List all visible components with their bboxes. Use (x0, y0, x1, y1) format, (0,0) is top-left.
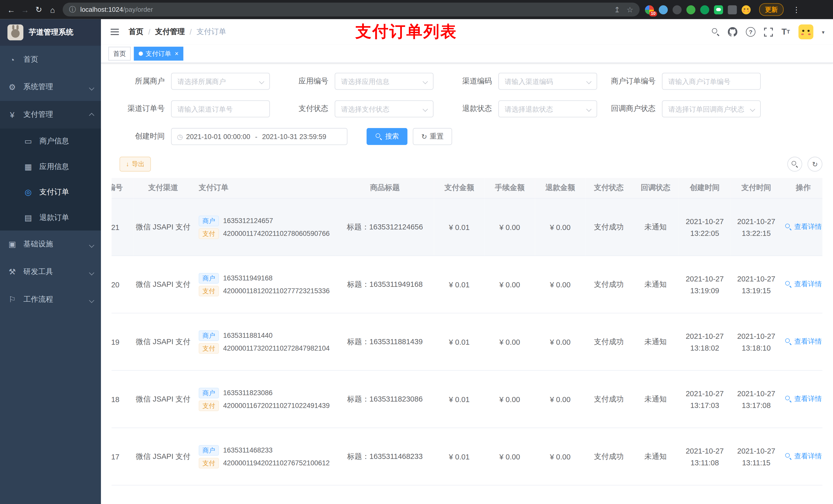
sidebar-item-label: 基础设施 (23, 239, 53, 249)
dashboard-icon: ◔ (7, 55, 17, 64)
extensions-area: 10 更新 ⋮ (645, 3, 801, 16)
merchant-order-no: 1635311949168 (223, 274, 272, 282)
breadcrumb-payment[interactable]: 支付管理 (155, 27, 185, 37)
browser-update-button[interactable]: 更新 (759, 3, 784, 16)
merchant-order-no-field[interactable] (662, 73, 761, 90)
pay-status-input[interactable] (335, 101, 433, 117)
sidebar-item-label: 商户信息 (39, 137, 69, 146)
extension-icon-chat[interactable] (714, 5, 723, 14)
notify-status-select[interactable] (662, 100, 761, 117)
filter-label: 支付状态 (275, 104, 335, 114)
browser-menu-icon[interactable]: ⋮ (792, 5, 800, 14)
pay-status-select[interactable] (335, 100, 434, 117)
view-detail-link[interactable]: 查看详情 (785, 222, 822, 232)
sidebar-item-payment[interactable]: ¥ 支付管理 (0, 101, 101, 128)
pay-order-cell: 商户1635311881440 支付4200001173202110272847… (192, 313, 336, 370)
sidebar-item-system[interactable]: ⚙ 系统管理 (0, 73, 101, 101)
channel-order-no-input[interactable] (172, 101, 269, 117)
sidebar-item-pay-order[interactable]: ◎ 支付订单 (0, 179, 101, 205)
channel-code-input[interactable] (499, 73, 597, 89)
sidebar-item-home[interactable]: ◔ 首页 (0, 46, 101, 73)
reset-button[interactable]: ↻ 重置 (413, 128, 452, 145)
breadcrumb-home[interactable]: 首页 (128, 27, 143, 37)
search-icon (376, 134, 382, 140)
col-pay-time: 支付时间 (731, 178, 782, 198)
create-time: 2021-10-2713:17:03 (679, 370, 731, 428)
pay-channel: 微信 JSAPI 支付 (134, 370, 192, 428)
date-start-value: 2021-10-01 00:00:00 (186, 133, 250, 140)
search-icon[interactable] (712, 28, 719, 35)
view-detail-link[interactable]: 查看详情 (785, 280, 822, 289)
extension-icon-green[interactable] (687, 5, 695, 14)
close-icon[interactable]: × (175, 50, 178, 57)
extension-icon-blue[interactable] (659, 5, 668, 14)
col-notify: 回调状态 (632, 178, 679, 198)
refund-status-input[interactable] (499, 101, 597, 117)
sidebar-item-workflow[interactable]: ⚐ 工作流程 (0, 286, 101, 313)
download-icon: ↓ (126, 160, 129, 168)
pay-status: 支付成功 (586, 313, 633, 370)
browser-profile-avatar[interactable] (742, 5, 751, 14)
channel-code-select[interactable] (498, 73, 597, 90)
merchant-select[interactable] (171, 73, 270, 90)
github-icon[interactable] (728, 27, 737, 37)
order-id: 17 (112, 428, 134, 485)
pay-status: 支付成功 (586, 370, 633, 428)
site-info-icon[interactable]: ⓘ (69, 5, 76, 14)
fullscreen-icon[interactable] (764, 27, 773, 37)
export-button[interactable]: ↓ 导出 (120, 157, 151, 172)
col-pay-order: 支付订单 (192, 178, 336, 198)
back-icon[interactable]: ← (4, 3, 18, 16)
app-select-input[interactable] (335, 73, 433, 89)
page-annotation: 支付订单列表 (356, 21, 457, 43)
view-detail-link[interactable]: 查看详情 (785, 337, 822, 346)
sidebar-item-refund-order[interactable]: ▤ 退款订单 (0, 205, 101, 231)
search-button[interactable]: 搜索 (366, 128, 407, 145)
logo-avatar (7, 24, 23, 40)
address-bar[interactable]: ⓘ localhost:1024 /pay/order ↥ ☆ (63, 3, 640, 16)
tab-home[interactable]: 首页 (109, 47, 130, 61)
notify-status: 未通知 (632, 370, 679, 428)
sidebar-item-app-info[interactable]: ▦ 应用信息 (0, 154, 101, 179)
create-time-range[interactable]: ◷ 2021-10-01 00:00:00 - 2021-10-31 23:59… (171, 128, 348, 145)
font-size-icon[interactable]: TT (782, 28, 790, 36)
share-icon[interactable]: ↥ (614, 5, 620, 14)
pay-amount: ¥ 0.01 (434, 370, 484, 428)
chevron-down-icon[interactable]: ▾ (822, 29, 824, 35)
notify-status-input[interactable] (662, 101, 760, 117)
extensions-puzzle-icon[interactable] (728, 5, 737, 14)
pay-status: 支付成功 (586, 198, 633, 256)
channel-order-no-field[interactable] (171, 100, 270, 117)
tab-pay-order[interactable]: 支付订单 × (134, 47, 184, 61)
help-icon[interactable]: ? (746, 27, 755, 37)
url-path: /pay/order (123, 6, 153, 13)
merchant-tag: 商户 (199, 445, 219, 455)
bookmark-star-icon[interactable]: ☆ (626, 5, 633, 14)
merchant-select-input[interactable] (172, 73, 269, 89)
extension-badge: 10 (649, 11, 657, 16)
app-select[interactable] (335, 73, 434, 90)
sidebar-item-infrastructure[interactable]: ▣ 基础设施 (0, 231, 101, 258)
extension-icon-teal[interactable] (700, 5, 709, 14)
sidebar-toggle-icon[interactable] (110, 27, 120, 37)
filter-pay-status: 支付状态 (275, 100, 433, 117)
refresh-table-button[interactable]: ↻ (807, 157, 822, 172)
merchant-order-no-input[interactable] (662, 73, 760, 89)
sidebar-item-merchant-info[interactable]: ▭ 商户信息 (0, 128, 101, 154)
pay-time: 2021-10-2713:11:15 (731, 428, 782, 485)
sidebar-item-dev-tools[interactable]: ⚒ 研发工具 (0, 258, 101, 286)
view-detail-link[interactable]: 查看详情 (785, 452, 822, 461)
forward-icon[interactable]: → (18, 3, 32, 16)
reload-icon[interactable]: ↻ (32, 3, 46, 16)
extension-icon-gray[interactable] (673, 5, 682, 14)
toggle-search-button[interactable] (787, 157, 802, 172)
app-logo: 芋道管理系统 (0, 19, 101, 46)
refund-status-select[interactable] (498, 100, 597, 117)
home-icon[interactable]: ⌂ (46, 3, 60, 16)
extension-icon-colorful[interactable]: 10 (645, 5, 654, 14)
filter-channel-order-no: 渠道订单号 (112, 100, 270, 117)
refund-amount: ¥ 0.00 (535, 428, 586, 485)
pay-tag: 支付 (199, 286, 219, 296)
user-avatar[interactable] (799, 24, 813, 39)
view-detail-link[interactable]: 查看详情 (785, 394, 822, 404)
